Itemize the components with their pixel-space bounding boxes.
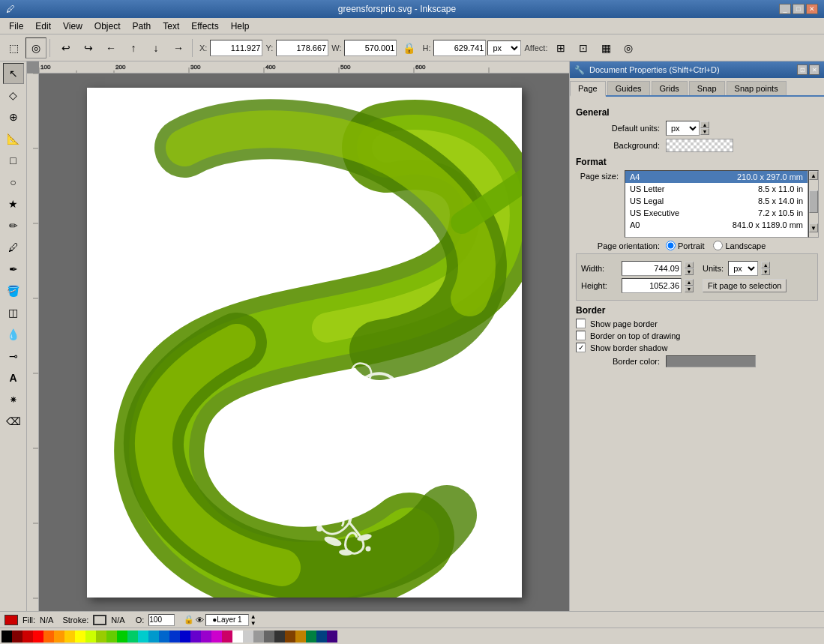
tab-snap-points[interactable]: Snap points: [727, 81, 787, 95]
maximize-button[interactable]: □: [793, 4, 805, 14]
tab-guides[interactable]: Guides: [607, 81, 650, 95]
border-color-swatch[interactable]: [666, 355, 756, 367]
color-cell[interactable]: [211, 631, 222, 643]
h-input[interactable]: [433, 40, 486, 56]
x-input[interactable]: [210, 40, 262, 56]
close-button[interactable]: ✕: [806, 4, 818, 14]
layer-up[interactable]: ▲: [250, 613, 256, 620]
color-cell[interactable]: [148, 631, 159, 643]
opacity-input[interactable]: [148, 614, 175, 626]
layer-selector[interactable]: ●Layer 1: [205, 614, 248, 626]
color-cell[interactable]: [222, 631, 232, 643]
color-cell[interactable]: [159, 631, 169, 643]
scroll-thumb[interactable]: [809, 190, 818, 213]
default-units-select[interactable]: pxmminptcm: [666, 121, 700, 136]
color-cell[interactable]: [117, 631, 127, 643]
color-cell[interactable]: [22, 631, 33, 643]
color-cell[interactable]: [295, 631, 306, 643]
color-cell[interactable]: [232, 631, 243, 643]
color-cell[interactable]: [327, 631, 337, 643]
toolbar-btn-2[interactable]: ◎: [25, 37, 46, 58]
color-cell[interactable]: [85, 631, 96, 643]
height-up[interactable]: ▲: [685, 279, 694, 286]
color-cell[interactable]: [96, 631, 106, 643]
menu-view[interactable]: View: [57, 19, 88, 33]
color-cell[interactable]: [1, 631, 12, 643]
undo-button[interactable]: ↩: [55, 37, 76, 58]
menu-object[interactable]: Object: [88, 19, 127, 33]
affect-btn-1[interactable]: ⊞: [550, 37, 571, 58]
canvas-area[interactable]: 100 200 300 400 500 600: [27, 61, 569, 611]
units-down2[interactable]: ▼: [761, 268, 770, 275]
color-cell[interactable]: [12, 631, 22, 643]
toolbar-arrow-down[interactable]: ↓: [145, 37, 166, 58]
custom-units-select[interactable]: pxmmin: [728, 261, 758, 276]
star-tool[interactable]: ★: [3, 193, 24, 214]
color-cell[interactable]: [316, 631, 327, 643]
units-select[interactable]: pxmmin: [487, 40, 521, 55]
units-down[interactable]: ▼: [700, 128, 709, 135]
menu-effects[interactable]: Effects: [185, 19, 224, 33]
color-cell[interactable]: [253, 631, 264, 643]
background-color-picker[interactable]: [666, 139, 733, 152]
color-cell[interactable]: [285, 631, 295, 643]
color-cell[interactable]: [180, 631, 190, 643]
border-on-top-row[interactable]: Border on top of drawing: [576, 331, 818, 340]
color-cell[interactable]: [274, 631, 285, 643]
format-list[interactable]: A4210.0 x 297.0 mm US Letter8.5 x 11.0 i…: [625, 170, 808, 238]
scroll-down[interactable]: ▼: [809, 223, 818, 232]
show-border-shadow-checkbox[interactable]: [576, 343, 586, 352]
height-input[interactable]: [622, 278, 682, 293]
units-up2[interactable]: ▲: [761, 262, 770, 268]
height-down[interactable]: ▼: [685, 286, 694, 292]
minimize-button[interactable]: _: [779, 4, 791, 14]
color-cell[interactable]: [43, 631, 54, 643]
color-cell[interactable]: [54, 631, 64, 643]
gradient-tool[interactable]: ◫: [3, 302, 24, 323]
menu-help[interactable]: Help: [225, 19, 256, 33]
format-a4[interactable]: A4210.0 x 297.0 mm: [625, 171, 808, 183]
format-us-letter[interactable]: US Letter8.5 x 11.0 in: [625, 183, 808, 195]
bucket-tool[interactable]: 🪣: [3, 280, 24, 301]
menu-text[interactable]: Text: [157, 19, 185, 33]
fit-to-selection-button[interactable]: Fit page to selection: [703, 279, 787, 292]
menu-file[interactable]: File: [3, 19, 29, 33]
affect-btn-4[interactable]: ◎: [618, 37, 639, 58]
toolbar-arrow-left[interactable]: ←: [100, 37, 121, 58]
docprops-restore[interactable]: ⊡: [797, 64, 808, 75]
toolbar-arrow-up[interactable]: ↑: [123, 37, 144, 58]
toolbar-arrow-right[interactable]: →: [168, 37, 189, 58]
units-up[interactable]: ▲: [700, 121, 709, 128]
color-cell[interactable]: [33, 631, 43, 643]
portrait-radio[interactable]: Portrait: [666, 241, 704, 250]
pen-tool[interactable]: 🖊: [3, 237, 24, 258]
format-a0[interactable]: A0841.0 x 1189.0 mm: [625, 219, 808, 231]
node-tool[interactable]: ◇: [3, 85, 24, 106]
w-input[interactable]: [344, 40, 397, 56]
text-tool[interactable]: A: [3, 367, 24, 388]
color-cell[interactable]: [243, 631, 253, 643]
color-cell[interactable]: [190, 631, 201, 643]
select-tool[interactable]: ↖: [3, 63, 24, 84]
tab-page[interactable]: Page: [570, 81, 606, 97]
color-cell[interactable]: [264, 631, 274, 643]
connector-tool[interactable]: ⊸: [3, 346, 24, 367]
affect-btn-3[interactable]: ▦: [595, 37, 616, 58]
lock-icon[interactable]: 🔒: [398, 37, 419, 58]
menu-edit[interactable]: Edit: [29, 19, 57, 33]
zoom-tool[interactable]: ⊕: [3, 106, 24, 127]
scroll-up[interactable]: ▲: [809, 171, 818, 180]
color-cell[interactable]: [127, 631, 138, 643]
format-us-executive[interactable]: US Executive7.2 x 10.5 in: [625, 207, 808, 219]
color-cell[interactable]: [75, 631, 85, 643]
pencil-tool[interactable]: ✏: [3, 215, 24, 236]
tab-snap[interactable]: Snap: [689, 81, 725, 95]
width-input[interactable]: [622, 261, 682, 276]
docprops-close[interactable]: ✕: [809, 64, 820, 75]
show-page-border-row[interactable]: Show page border: [576, 319, 818, 328]
tab-grids[interactable]: Grids: [652, 81, 688, 95]
affect-btn-2[interactable]: ⊡: [573, 37, 594, 58]
circle-tool[interactable]: ○: [3, 172, 24, 193]
layer-down[interactable]: ▼: [250, 620, 256, 627]
format-us-legal[interactable]: US Legal8.5 x 14.0 in: [625, 195, 808, 207]
